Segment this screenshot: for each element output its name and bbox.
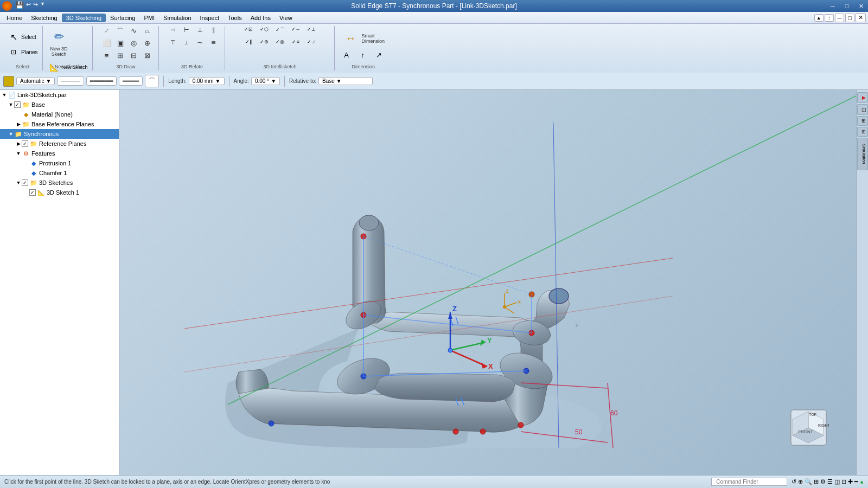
line3d-btn[interactable]: ⟋ bbox=[99, 26, 114, 38]
menu-addins[interactable]: Add Ins bbox=[246, 14, 275, 22]
line-style-btn2[interactable]: ══════ bbox=[86, 76, 117, 86]
relate6-btn[interactable]: ⟂ bbox=[179, 38, 194, 50]
maximize-btn[interactable]: □ bbox=[840, 0, 854, 12]
3d-viewport[interactable]: 50 60 Z Y X bbox=[119, 90, 856, 475]
panel-btn2[interactable]: ⊞ bbox=[857, 116, 868, 126]
command-finder-input[interactable] bbox=[711, 478, 787, 486]
new-3d-sketch-btn[interactable]: ✏ New 3DSketch bbox=[47, 26, 71, 59]
youtube-btn[interactable]: ▶ bbox=[857, 92, 868, 103]
sketches-checkbox[interactable] bbox=[22, 179, 28, 186]
menu-sketching[interactable]: Sketching bbox=[27, 14, 61, 22]
zoom-fit-icon[interactable]: ⊕ bbox=[798, 478, 803, 485]
sketch1-checkbox[interactable] bbox=[29, 189, 36, 196]
line-style-btn3[interactable]: ━━━━━ bbox=[119, 76, 143, 86]
dropdown-arrow[interactable]: ▼ bbox=[40, 1, 45, 9]
menu-pmi[interactable]: PMI bbox=[140, 14, 159, 22]
menu-tools[interactable]: Tools bbox=[224, 14, 246, 22]
statusbar-icon1[interactable]: ☰ bbox=[827, 478, 833, 485]
select-btn[interactable]: ↖ Select bbox=[7, 30, 37, 44]
rect3d-btn[interactable]: ⏢ bbox=[140, 26, 155, 38]
window-close-btn2[interactable]: ✕ bbox=[856, 13, 866, 22]
menu-inspect[interactable]: Inspect bbox=[196, 14, 224, 22]
offset3d-btn[interactable]: ≡ bbox=[99, 51, 114, 63]
dim2-btn[interactable]: A bbox=[339, 50, 354, 62]
statusbar-icon4[interactable]: ✚ bbox=[848, 478, 853, 485]
point3d-btn[interactable]: ⊕ bbox=[140, 38, 155, 50]
planes-btn[interactable]: ⊡ Planes bbox=[7, 45, 39, 59]
relate4-btn[interactable]: ∥ bbox=[206, 26, 221, 38]
tree-item-synchronous[interactable]: ▼ 📁 Synchronous bbox=[0, 129, 119, 139]
is6-btn[interactable]: ✓∥ bbox=[241, 38, 256, 50]
minimize-btn[interactable]: ─ bbox=[826, 0, 840, 12]
zoom-in-icon[interactable]: 🔍 bbox=[805, 478, 812, 485]
statusbar-icon6[interactable]: ● bbox=[860, 479, 864, 485]
tree-item-features[interactable]: ▼ ⚙ Features bbox=[0, 149, 119, 158]
tree-item-baseref[interactable]: ▶ 📁 Base Reference Planes bbox=[0, 119, 119, 129]
tree-item-3dsketch1[interactable]: 📐 3D Sketch 1 bbox=[0, 188, 119, 197]
grid-icon[interactable]: ⊞ bbox=[814, 478, 819, 485]
menu-view[interactable]: View bbox=[275, 14, 297, 22]
curve3d-btn[interactable]: ∿ bbox=[126, 26, 142, 38]
statusbar-icon5[interactable]: ━ bbox=[854, 478, 858, 485]
nav-cube[interactable]: FRONT RIGHT TOP bbox=[788, 407, 829, 448]
relate2-btn[interactable]: ⊢ bbox=[179, 26, 194, 38]
line-style-btn4[interactable]: ⌒ bbox=[145, 75, 159, 87]
dim4-btn[interactable]: ↗ bbox=[372, 50, 387, 62]
save-btn[interactable]: 💾 bbox=[15, 1, 24, 9]
panel-btn1[interactable]: ◫ bbox=[857, 104, 868, 115]
tree-item-refplanes[interactable]: ▶ 📁 Reference Planes bbox=[0, 139, 119, 149]
split3d-btn[interactable]: ⊠ bbox=[140, 51, 155, 63]
tree-item-root[interactable]: ▼ 📄 Link-3DSketch.par bbox=[0, 90, 119, 100]
poly3d-btn[interactable]: ⬜ bbox=[99, 38, 114, 50]
angle-input[interactable]: 0.00 ° ▼ bbox=[251, 77, 280, 85]
statusbar-icon2[interactable]: ◫ bbox=[834, 478, 840, 485]
ribbon-collapse-btn[interactable]: ▲ bbox=[814, 14, 824, 22]
statusbar-icon3[interactable]: ⊡ bbox=[841, 478, 846, 485]
circle3d-btn[interactable]: ◎ bbox=[126, 38, 142, 50]
is10-btn[interactable]: ✓⟋ bbox=[304, 38, 319, 50]
is2-btn[interactable]: ✓⬡ bbox=[257, 26, 272, 38]
ellipse3d-btn[interactable]: ▣ bbox=[113, 38, 128, 50]
is5-btn[interactable]: ✓⊥ bbox=[304, 26, 319, 38]
style-dropdown[interactable]: Automatic ▼ bbox=[16, 77, 55, 85]
tree-item-base[interactable]: ▼ 📁 Base bbox=[0, 100, 119, 110]
menu-surfacing[interactable]: Surfacing bbox=[106, 14, 139, 22]
tree-item-material[interactable]: ◆ Material (None) bbox=[0, 110, 119, 119]
dim3-btn[interactable]: ↑ bbox=[355, 50, 371, 62]
tree-item-chamfer1[interactable]: ◆ Chamfer 1 bbox=[0, 168, 119, 178]
is9-btn[interactable]: ✓≡ bbox=[288, 38, 303, 50]
refplanes-checkbox[interactable] bbox=[22, 140, 28, 147]
trim3d-btn[interactable]: ⊞ bbox=[113, 51, 128, 63]
relate7-btn[interactable]: ⊸ bbox=[193, 38, 208, 50]
is7-btn[interactable]: ✓⊕ bbox=[257, 38, 272, 50]
refresh-icon[interactable]: ↺ bbox=[792, 478, 796, 485]
smart-dimension-btn[interactable]: ↔ SmartDimension bbox=[339, 27, 388, 49]
window-min-btn2[interactable]: ─ bbox=[835, 14, 845, 22]
window-max-btn2[interactable]: □ bbox=[845, 14, 854, 22]
undo-btn[interactable]: ↩ bbox=[26, 1, 31, 9]
ribbon-options-btn[interactable]: ⋮ bbox=[825, 14, 834, 22]
settings-icon[interactable]: ⚙ bbox=[820, 478, 826, 485]
relate5-btn[interactable]: ⊤ bbox=[165, 38, 181, 50]
is3-btn[interactable]: ✓⌒ bbox=[272, 26, 288, 38]
relate8-btn[interactable]: ≅ bbox=[206, 38, 221, 50]
relate3-btn[interactable]: ⊥ bbox=[193, 26, 208, 38]
panel-simulation[interactable]: Simulation bbox=[857, 138, 868, 170]
tree-item-protrusion1[interactable]: ◆ Protrusion 1 bbox=[0, 158, 119, 168]
is4-btn[interactable]: ✓↔ bbox=[288, 26, 303, 38]
close-btn[interactable]: ✕ bbox=[854, 0, 868, 12]
extend3d-btn[interactable]: ⊟ bbox=[126, 51, 142, 63]
panel-btn3[interactable]: ⊟ bbox=[857, 127, 868, 137]
base-checkbox[interactable] bbox=[14, 101, 21, 108]
relate1-btn[interactable]: ⊣ bbox=[165, 26, 181, 38]
is1-btn[interactable]: ✓⊡ bbox=[241, 26, 256, 38]
menu-3d-sketching[interactable]: 3D Sketching bbox=[62, 14, 106, 22]
redo-btn[interactable]: ↪ bbox=[33, 1, 38, 9]
length-input[interactable]: 0.00 mm ▼ bbox=[189, 77, 225, 85]
line-style-btn1[interactable]: ───── bbox=[57, 76, 84, 86]
arc3d-btn[interactable]: ⌒ bbox=[113, 26, 128, 38]
menu-home[interactable]: Home bbox=[2, 14, 27, 22]
tree-item-3dsketches[interactable]: ▼ 📁 3D Sketches bbox=[0, 178, 119, 188]
color-swatch[interactable] bbox=[3, 76, 14, 87]
relative-dropdown[interactable]: Base ▼ bbox=[318, 77, 373, 85]
